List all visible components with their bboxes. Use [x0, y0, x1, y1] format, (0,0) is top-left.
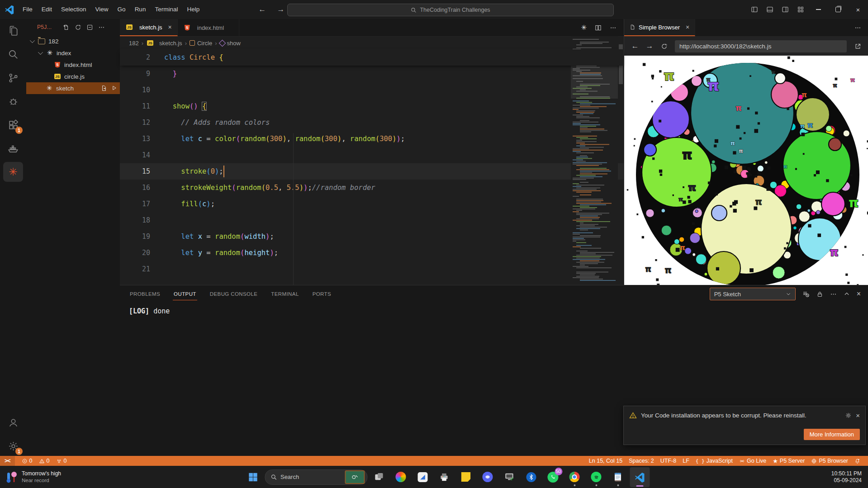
status-p5-server[interactable]: ★P5 Server	[769, 456, 808, 466]
export-sketch-icon[interactable]	[101, 85, 107, 91]
menu-view[interactable]: View	[91, 0, 113, 19]
tree-item-sketch[interactable]: ✳sketch	[26, 82, 120, 94]
command-center-search[interactable]: TheCodingTrain Challenges	[287, 4, 614, 16]
activity-item-search[interactable]	[0, 43, 26, 66]
tab-index-html[interactable]: 5index.html	[178, 19, 239, 36]
taskbar-icon-printer[interactable]	[434, 467, 454, 487]
menu-help[interactable]: Help	[182, 0, 204, 19]
panel-tab-ports[interactable]: PORTS	[312, 287, 332, 300]
tab-simple-browser[interactable]: Simple Browser ×	[624, 19, 695, 36]
menu-edit[interactable]: Edit	[37, 0, 57, 19]
p5-sketch-canvas[interactable]: ππππππππππππππππππππππ	[624, 56, 868, 285]
taskbar-icon-discord[interactable]	[478, 467, 498, 487]
status-lf[interactable]: LF	[679, 456, 693, 466]
more-actions-icon[interactable]	[830, 291, 837, 298]
taskbar-icon-chrome[interactable]	[564, 467, 584, 487]
status-p5-browser[interactable]: P5 Browser	[808, 456, 851, 466]
status-tower[interactable]: 0	[53, 456, 70, 466]
taskbar-icon-whatsapp[interactable]: 50	[543, 467, 563, 487]
taskbar-icon-snipping-tool[interactable]	[413, 467, 432, 487]
breadcrumb-item-182[interactable]: 182	[129, 40, 139, 47]
tree-item-182[interactable]: 182	[26, 35, 120, 47]
more-information-button[interactable]: More Information	[804, 429, 860, 440]
taskbar-clock[interactable]: 10:50:11 PM 05-09-2024	[831, 470, 868, 484]
taskbar-search[interactable]: Search	[265, 469, 367, 485]
restore-button[interactable]	[828, 0, 848, 19]
clear-output-icon[interactable]	[802, 290, 810, 298]
minimap[interactable]	[571, 36, 618, 285]
minimize-button[interactable]	[808, 0, 828, 19]
taskbar-icon-notepad[interactable]	[608, 467, 628, 487]
collapse-all-icon[interactable]	[86, 24, 93, 31]
activity-item-extensions[interactable]: 1	[0, 113, 26, 137]
status-error[interactable]: 0	[19, 456, 36, 466]
activity-item-explorer[interactable]	[0, 19, 26, 43]
panel-tab-output[interactable]: OUTPUT	[173, 287, 197, 300]
taskbar-windows-start[interactable]	[243, 467, 263, 487]
taskbar-icon-sticky-notes[interactable]	[456, 467, 476, 487]
taskbar-icon-remote-desktop[interactable]	[499, 467, 519, 487]
tree-item-index-html[interactable]: 5index.html	[26, 59, 120, 71]
browser-back-icon[interactable]: ←	[629, 42, 641, 51]
browser-reload-icon[interactable]	[658, 43, 670, 50]
more-actions-icon[interactable]	[610, 24, 617, 31]
activity-item-settings[interactable]: 1	[0, 434, 26, 458]
panel-tab-terminal[interactable]: TERMINAL	[270, 287, 299, 300]
more-actions-icon[interactable]	[98, 24, 105, 31]
menu-selection[interactable]: Selection	[57, 0, 91, 19]
toggle-secondary-sidebar-icon[interactable]	[778, 6, 793, 13]
close-panel-icon[interactable]: ×	[857, 290, 861, 298]
status-spaces-2[interactable]: Spaces: 2	[626, 456, 657, 466]
editor-scrollbar[interactable]	[618, 36, 624, 285]
status-ln-15-col-15[interactable]: Ln 15, Col 15	[586, 456, 626, 466]
status-javascript[interactable]: { }JavaScript	[693, 456, 736, 466]
taskbar-icon-task-view[interactable]	[369, 467, 389, 487]
lock-scroll-icon[interactable]	[816, 291, 823, 298]
customize-layout-icon[interactable]	[793, 6, 808, 13]
panel-tab-problems[interactable]: PROBLEMS	[129, 287, 161, 300]
breadcrumb-item-Circle[interactable]: Circle	[190, 40, 212, 47]
status-remote[interactable]: ><	[0, 456, 15, 466]
gear-icon[interactable]	[845, 412, 852, 419]
close-notification-icon[interactable]: ×	[856, 412, 860, 419]
tree-item-index[interactable]: ✳index	[26, 47, 120, 59]
menu-terminal[interactable]: Terminal	[150, 0, 182, 19]
menu-go[interactable]: Go	[113, 0, 130, 19]
browser-forward-icon[interactable]: →	[643, 42, 656, 51]
breadcrumb-item-show[interactable]: show	[220, 40, 241, 47]
run-sketch-icon[interactable]	[111, 85, 117, 91]
output-channel-select[interactable]: P5 Sketch	[710, 288, 796, 300]
close-tab-icon[interactable]: ×	[686, 24, 689, 31]
close-button[interactable]: ×	[848, 0, 868, 19]
split-editor-icon[interactable]	[595, 24, 602, 31]
open-external-icon[interactable]	[851, 43, 864, 50]
menu-run[interactable]: Run	[130, 0, 151, 19]
activity-item-p5[interactable]: ✳	[0, 160, 26, 184]
toggle-panel-icon[interactable]	[762, 6, 778, 13]
tab-sketch-js[interactable]: JSsketch.js×	[120, 19, 178, 36]
breadcrumb-item-sketch-js[interactable]: JSsketch.js	[146, 40, 182, 47]
tree-item-circle-js[interactable]: JScircle.js	[26, 71, 120, 82]
p5-run-icon[interactable]: ✳	[581, 24, 587, 32]
more-actions-icon[interactable]	[854, 24, 861, 31]
close-tab-icon[interactable]: ×	[168, 24, 172, 31]
nav-back-icon[interactable]: ←	[253, 5, 271, 14]
taskbar-icon-copilot[interactable]	[391, 467, 411, 487]
status-bell[interactable]	[851, 456, 863, 466]
refresh-icon[interactable]	[75, 24, 81, 31]
url-input[interactable]: http://localhost:3000/182\sketch.js	[675, 40, 847, 52]
taskbar-weather-widget[interactable]: Tomorrow's high Near record	[0, 470, 131, 484]
new-file-icon[interactable]	[63, 24, 70, 31]
taskbar-icon-bluetooth[interactable]	[521, 467, 541, 487]
activity-item-source-control[interactable]	[0, 66, 26, 90]
code-editor[interactable]: 9 }1011 show() {12 // Adds random colors…	[120, 66, 624, 277]
activity-item-run-debug[interactable]	[0, 90, 26, 113]
status-utf-8[interactable]: UTF-8	[657, 456, 679, 466]
activity-item-docker[interactable]	[0, 137, 26, 160]
panel-tab-debug-console[interactable]: DEBUG CONSOLE	[209, 287, 259, 300]
taskbar-icon-vscode[interactable]	[630, 467, 650, 487]
status-warning[interactable]: 0	[36, 456, 53, 466]
toggle-sidebar-icon[interactable]	[747, 6, 762, 13]
maximize-panel-icon[interactable]	[844, 291, 850, 297]
taskbar-icon-spotify[interactable]	[586, 467, 606, 487]
